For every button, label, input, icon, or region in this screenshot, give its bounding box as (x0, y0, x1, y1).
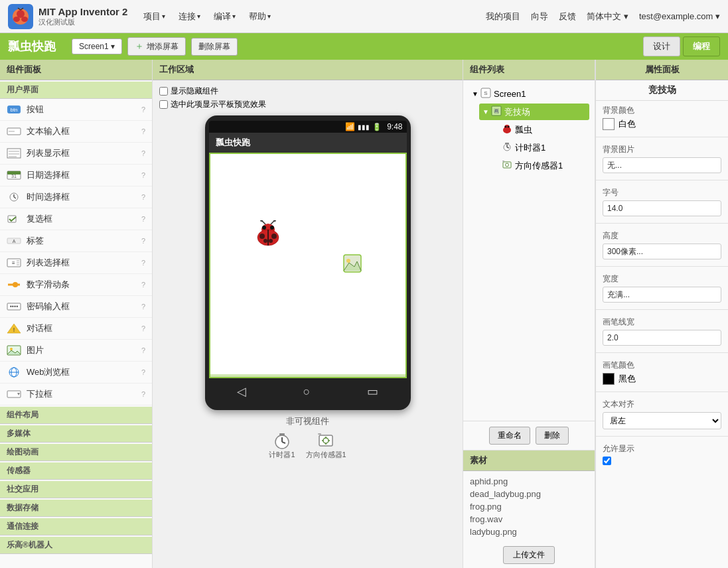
prop-visible-checkbox[interactable] (603, 457, 611, 465)
component-textinput[interactable]: 文本输入框 ? (0, 121, 152, 143)
tree-timer[interactable]: 计时器1 (490, 139, 589, 156)
bg-color-swatch (603, 118, 615, 130)
media-section-header[interactable]: 多媒体 (0, 425, 152, 443)
component-webview[interactable]: Web浏览框 ? (0, 362, 152, 384)
animation-section-header[interactable]: 绘图动画 (0, 444, 152, 461)
ladybug-label: 瓢虫 (515, 124, 532, 136)
dialog-label: 对话框 (27, 322, 141, 334)
add-screen-button[interactable]: ＋ 增添屏幕 (127, 37, 186, 56)
prop-fontsize-label: 字号 (603, 187, 721, 198)
textinput-help[interactable]: ? (141, 127, 145, 135)
prop-height-input[interactable] (603, 244, 721, 259)
timer-component[interactable]: 计时器1 (269, 431, 295, 460)
comm-section-header[interactable]: 通信连接 (0, 518, 152, 535)
component-palette: 组件面板 用户界面 btn 按钮 ? 文本输入框 ? 列表显示框 ? (0, 60, 153, 568)
tree-screen1[interactable]: ▼ S Screen1 (469, 86, 589, 102)
datepicker-help[interactable]: ? (141, 171, 145, 179)
svg-point-49 (269, 239, 273, 243)
delete-button[interactable]: 删除 (536, 427, 569, 445)
component-button[interactable]: btn 按钮 ? (0, 99, 152, 121)
prop-pencolor-value[interactable]: 黑色 (603, 373, 721, 385)
logo-text: MIT App Inventor 2 汉化测试版 (38, 6, 127, 27)
materials-panel: 素材 aphid.png dead_ladybug.png frog.png f… (463, 450, 595, 568)
back-button[interactable]: ◁ (237, 384, 246, 399)
storage-section-header[interactable]: 数据存储 (0, 500, 152, 517)
recent-button[interactable]: ▭ (367, 384, 378, 399)
sensor-label: 方向传感器1 (306, 450, 346, 460)
tree-sensor[interactable]: 方向传感器1 (490, 157, 589, 174)
listchooser-help[interactable]: ? (141, 259, 145, 267)
checkbox-help[interactable]: ? (141, 215, 145, 223)
image-help[interactable]: ? (141, 346, 145, 354)
label-help[interactable]: ? (141, 237, 145, 245)
show-hidden-input[interactable] (159, 87, 168, 96)
component-image[interactable]: 图片 ? (0, 340, 152, 362)
component-datepicker[interactable]: 31 日期选择框 ? (0, 165, 152, 186)
rename-button[interactable]: 重命名 (489, 427, 530, 445)
code-view-button[interactable]: 编程 (683, 36, 720, 56)
my-projects-link[interactable]: 我的项目 (486, 11, 520, 23)
listview-help[interactable]: ? (141, 149, 145, 157)
prop-textalign-select[interactable]: 居左 居中 居右 (603, 412, 721, 429)
layout-section-header[interactable]: 组件布局 (0, 407, 152, 424)
user-account[interactable]: test@example.com ▾ (639, 11, 720, 21)
component-dialog[interactable]: ! 对话框 ? (0, 318, 152, 340)
material-ladybug-png[interactable]: ladybug.png (470, 526, 588, 538)
home-button[interactable]: ○ (303, 385, 311, 399)
prop-bg-image-input[interactable] (603, 157, 721, 173)
component-action-buttons: 重命名 删除 (463, 421, 595, 450)
dropdown-help[interactable]: ? (141, 390, 145, 398)
language-selector[interactable]: 简体中文 ▾ (587, 11, 628, 23)
webview-help[interactable]: ? (141, 368, 145, 376)
timepicker-help[interactable]: ? (141, 193, 145, 201)
component-password[interactable]: •••• 密码输入框 ? (0, 296, 152, 318)
material-frog-png[interactable]: frog.png (470, 500, 588, 513)
menu-help[interactable]: 帮助 ▾ (244, 8, 276, 25)
component-label[interactable]: A 标签 ? (0, 230, 152, 252)
component-checkbox[interactable]: 复选框 ? (0, 208, 152, 230)
feedback-link[interactable]: 反馈 (559, 11, 576, 23)
screen1-expand[interactable]: ▼ (471, 90, 479, 98)
tree-canvas[interactable]: ▼ 画 竞技场 (479, 104, 589, 120)
canvas-expand[interactable]: ▼ (482, 108, 490, 116)
material-dead-ladybug-png[interactable]: dead_ladybug.png (470, 488, 588, 500)
prop-bg-color-value[interactable]: 白色 (603, 118, 721, 130)
svg-point-75 (508, 126, 510, 128)
datepicker-icon: 31 (7, 168, 21, 182)
orientation-sensor-component[interactable]: 方向传感器1 (306, 431, 346, 460)
prop-penwidth-input[interactable] (603, 330, 721, 346)
prop-fontsize-input[interactable] (603, 200, 721, 216)
social-section-header[interactable]: 社交应用 (0, 481, 152, 498)
button-help[interactable]: ? (141, 106, 145, 113)
component-timepicker[interactable]: 时间选择框 ? (0, 186, 152, 208)
phone-canvas[interactable] (209, 153, 407, 378)
workspace-options: 显示隐藏组件 选中此项显示平板预览效果 (159, 86, 456, 110)
menu-compile[interactable]: 编译 ▾ (208, 8, 241, 25)
guide-link[interactable]: 向导 (531, 11, 548, 23)
prop-width-input[interactable] (603, 287, 721, 303)
password-help[interactable]: ? (141, 303, 145, 311)
material-aphid-png[interactable]: aphid.png (470, 475, 588, 488)
tree-ladybug[interactable]: 瓢虫 (490, 121, 589, 138)
sensor-tree-icon (502, 159, 512, 172)
delete-screen-button[interactable]: 删除屏幕 (191, 38, 238, 56)
material-frog-wav[interactable]: frog.wav (470, 513, 588, 526)
menu-project[interactable]: 项目 ▾ (138, 8, 171, 25)
lego-section-header[interactable]: 乐高®机器人 (0, 537, 152, 554)
component-listchooser[interactable]: ≡ 列表选择框 ? (0, 252, 152, 274)
show-hidden-checkbox[interactable]: 显示隐藏组件 (159, 86, 456, 97)
dialog-help[interactable]: ? (141, 324, 145, 332)
design-view-button[interactable]: 设计 (643, 36, 680, 56)
menu-connect[interactable]: 连接 ▾ (173, 8, 206, 25)
tablet-preview-checkbox[interactable]: 选中此项显示平板预览效果 (159, 99, 456, 110)
component-dropdown[interactable]: 下拉框 ? (0, 384, 152, 405)
dialog-icon: ! (7, 321, 21, 336)
slider-help[interactable]: ? (141, 281, 145, 289)
component-listview[interactable]: 列表显示框 ? (0, 143, 152, 165)
sensor-section-header[interactable]: 传感器 (0, 462, 152, 480)
screen-selector[interactable]: Screen1 ▾ (72, 38, 122, 54)
component-slider[interactable]: 数字滑动条 ? (0, 274, 152, 296)
tablet-preview-input[interactable] (159, 100, 168, 109)
upload-file-button[interactable]: 上传文件 (503, 546, 555, 564)
webview-icon (7, 365, 21, 380)
